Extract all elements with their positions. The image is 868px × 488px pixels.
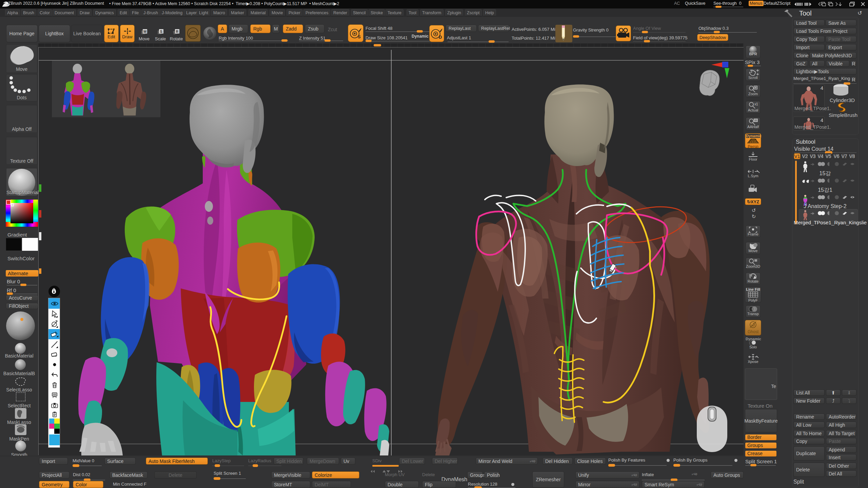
svg-text:S: S [160, 29, 162, 34]
svg-text:x1: x1 [754, 102, 758, 106]
svg-text:R: R [176, 29, 179, 34]
svg-text:D: D [439, 35, 442, 40]
svg-text:M: M [143, 29, 146, 34]
svg-text:S: S [358, 34, 361, 39]
